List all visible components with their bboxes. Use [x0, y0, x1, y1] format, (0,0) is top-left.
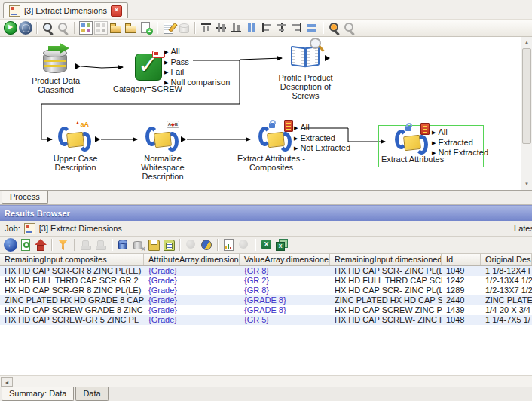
- tab-summary-data[interactable]: Summary: Data: [2, 387, 74, 401]
- pie-chart-button[interactable]: [200, 238, 213, 252]
- output-port[interactable]: Extracted: [432, 138, 488, 148]
- data-source-node-icon[interactable]: [42, 46, 68, 75]
- table-cell[interactable]: {GRADE 8}: [240, 295, 330, 305]
- table-cell[interactable]: {Grade}: [144, 305, 240, 315]
- table-cell[interactable]: HX HD CAP SCREW ZINC PL: [330, 305, 442, 315]
- tab-close-icon[interactable]: ×: [111, 5, 122, 17]
- table-cell[interactable]: 1 1/4-7X5 1/: [481, 315, 532, 325]
- table-cell[interactable]: 1439: [442, 305, 481, 315]
- profile-node-icon[interactable]: [289, 41, 321, 69]
- align-bottom-button[interactable]: [230, 21, 243, 35]
- output-port[interactable]: All: [164, 47, 230, 57]
- distribute-columns-button[interactable]: [245, 21, 258, 35]
- report-button[interactable]: [19, 238, 32, 252]
- table-cell[interactable]: ZINC PLATED HX HD CAP SCR: [330, 295, 442, 305]
- table-cell[interactable]: 1049: [442, 266, 481, 276]
- table-row[interactable]: HX HD CAP SCREW-GR 5 ZINC PL{Grade}{GR 5…: [0, 315, 532, 325]
- output-port[interactable]: Pass: [164, 57, 230, 68]
- column-header[interactable]: RemainingInput.dimensioned: [330, 254, 442, 265]
- filter-check-node-icon[interactable]: [135, 54, 162, 81]
- column-header[interactable]: ValueArray.dimensioned: [240, 254, 330, 265]
- column-header[interactable]: RemainingInput.composites: [0, 254, 144, 265]
- output-port[interactable]: Not Extracted: [294, 143, 350, 154]
- output-port[interactable]: Null comparison: [164, 78, 230, 88]
- align-middle-button[interactable]: [215, 21, 228, 35]
- table-cell[interactable]: HX HD CAP SCREW- ZINC PL: [330, 315, 442, 325]
- table-cell[interactable]: HX HD FULL THRD CAP SCR: [330, 276, 442, 286]
- output-port[interactable]: All: [294, 123, 350, 133]
- distribute-rows-button[interactable]: [305, 21, 319, 35]
- table-cell[interactable]: {GRADE 8}: [240, 305, 330, 315]
- import-process-button[interactable]: [109, 21, 123, 35]
- table-cell[interactable]: {Grade}: [144, 286, 240, 295]
- table-cell[interactable]: ZINC PLATED HX HD GRADE 8 CAP SCR: [0, 295, 144, 305]
- table-row[interactable]: HX HD CAP SCREW GRADE 8 ZINC PL{Grade}{G…: [0, 305, 532, 315]
- align-left-button[interactable]: [260, 21, 274, 35]
- scroll-down-button[interactable]: ▼: [521, 179, 532, 190]
- table-cell[interactable]: {Grade}: [144, 315, 240, 325]
- output-port[interactable]: All: [432, 127, 488, 138]
- table-cell[interactable]: 1289: [442, 286, 481, 295]
- table-horizontal-scrollbar[interactable]: ◄: [0, 375, 532, 387]
- table-cell[interactable]: HX HD CAP SCREW GRADE 8 ZINC PL: [0, 305, 144, 315]
- extract-attributes-node-icon[interactable]: [396, 129, 427, 156]
- export-process-button[interactable]: [124, 21, 138, 35]
- export-excel-button[interactable]: [260, 238, 274, 252]
- back-button[interactable]: [4, 238, 17, 252]
- table-cell[interactable]: {GR 2}: [240, 276, 330, 286]
- navigate-button[interactable]: [19, 21, 32, 35]
- table-cell[interactable]: HX HD CAP SCREW-GR 5 ZINC PL: [0, 315, 144, 325]
- table-cell[interactable]: HX HD CAP SCR- ZINC PL(LE): [330, 286, 442, 295]
- layout-grid-button[interactable]: [79, 21, 93, 35]
- scroll-up-button[interactable]: ▲: [521, 37, 532, 48]
- table-cell[interactable]: ZINC PLATED: [481, 295, 532, 305]
- table-cell[interactable]: 1/2-13X7 1/2: [481, 286, 532, 295]
- export-chart-button[interactable]: [222, 238, 236, 252]
- table-cell[interactable]: {Grade}: [144, 295, 240, 305]
- scrollbar-thumb[interactable]: [522, 48, 531, 144]
- home-button[interactable]: [34, 238, 47, 252]
- table-cell[interactable]: {GR 8}: [240, 266, 330, 276]
- normalize-transform-node-icon[interactable]: A◆B: [146, 126, 178, 153]
- scroll-left-button[interactable]: ◄: [1, 377, 13, 387]
- table-cell[interactable]: 1 1/8-12X4 H: [481, 266, 532, 276]
- table-cell[interactable]: HX HD CAP SCR-GR 8 ZINC PL(LE): [0, 266, 144, 276]
- zoom-in-button[interactable]: [41, 21, 55, 35]
- column-header[interactable]: Original Des: [481, 254, 532, 265]
- discard-data-button[interactable]: [132, 238, 145, 252]
- table-row[interactable]: HX HD CAP SCR-GR 8 ZINC PL(LE){Grade}{GR…: [0, 286, 532, 295]
- output-port[interactable]: Extracted: [294, 133, 350, 144]
- tab-process[interactable]: Process: [2, 191, 48, 204]
- table-cell[interactable]: 1242: [442, 276, 481, 286]
- copy-excel-button[interactable]: [275, 238, 289, 252]
- selected-node-extract-attributes[interactable]: All Extracted Not Extracted Extract Attr…: [378, 125, 484, 167]
- column-header[interactable]: Id: [442, 254, 481, 265]
- align-center-button[interactable]: [275, 21, 289, 35]
- table-cell[interactable]: 1/4-20 X 3/4: [481, 305, 532, 315]
- uppercase-transform-node-icon[interactable]: aA: [59, 126, 90, 153]
- canvas-vertical-scrollbar[interactable]: ▲ ▼: [521, 37, 532, 190]
- table-cell[interactable]: 1048: [442, 315, 481, 325]
- run-button[interactable]: [4, 21, 17, 35]
- column-header[interactable]: AttributeArray.dimensioned: [144, 254, 240, 265]
- table-cell[interactable]: {GR 8}: [240, 286, 330, 295]
- table-cell[interactable]: {Grade}: [144, 266, 240, 276]
- align-top-button[interactable]: [200, 21, 213, 35]
- table-cell[interactable]: HX HD CAP SCR-GR 8 ZINC PL(LE): [0, 286, 144, 295]
- load-data-button[interactable]: [117, 238, 130, 252]
- table-cell[interactable]: 1/2-13X4 1/2: [481, 276, 532, 286]
- align-right-button[interactable]: [290, 21, 304, 35]
- table-cell[interactable]: HX HD CAP SCR- ZINC PL(LE): [330, 266, 442, 276]
- filter-button[interactable]: [57, 238, 70, 252]
- process-canvas[interactable]: Product Data Classified Category=SCREW A…: [0, 37, 532, 191]
- save-report-button[interactable]: [162, 238, 176, 252]
- save-data-button[interactable]: [147, 238, 161, 252]
- table-row[interactable]: HX HD CAP SCR-GR 8 ZINC PL(LE){Grade}{GR…: [0, 266, 532, 276]
- output-port[interactable]: Fail: [164, 67, 230, 78]
- annotations-button[interactable]: [162, 21, 176, 35]
- table-cell[interactable]: 2440: [442, 295, 481, 305]
- find-button[interactable]: [328, 21, 341, 35]
- new-document-button[interactable]: [139, 21, 153, 35]
- tab-extract-dimensions[interactable]: [3] Extract Dimensions ×: [3, 2, 128, 18]
- table-cell[interactable]: HX HD FULL THRD CAP SCR GR 2: [0, 276, 144, 286]
